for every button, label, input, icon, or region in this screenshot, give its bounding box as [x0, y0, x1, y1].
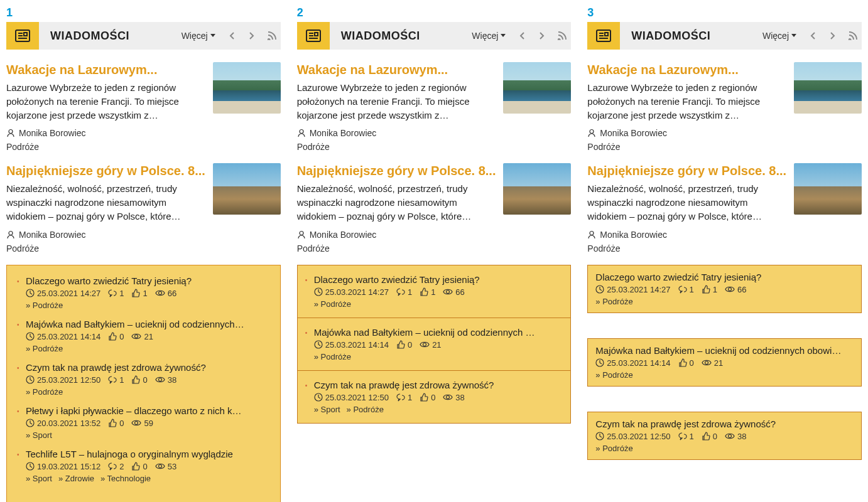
like-icon	[678, 358, 687, 367]
item-title: Czym tak na prawdę jest zdrowa żywność?	[595, 419, 854, 429]
caret-down-icon	[210, 34, 215, 38]
news-list-cards: Dlaczego warto zwiedzić Tatry jesienią?2…	[297, 265, 572, 424]
svg-point-12	[158, 378, 161, 382]
prev-button[interactable]	[223, 27, 241, 45]
category-link[interactable]: » Podróże	[314, 352, 351, 361]
category-link[interactable]: » Zdrowie	[58, 474, 94, 483]
item-likes: 1	[143, 289, 147, 298]
category-link[interactable]: » Podróże	[26, 344, 63, 353]
svg-point-6	[9, 231, 13, 235]
next-button[interactable]	[824, 27, 842, 45]
item-likes: 1	[713, 285, 717, 294]
article-excerpt: Lazurowe Wybrzeże to jeden z regionów po…	[6, 81, 207, 122]
list-card[interactable]: Czym tak na prawdę jest zdrowa żywność?2…	[587, 412, 862, 460]
item-views: 21	[432, 340, 441, 350]
item-meta: 25.03.2021 12:501038	[314, 393, 555, 402]
section-title: WIADOMOŚCI	[341, 29, 420, 43]
author-name: Monika Borowiec	[600, 128, 667, 138]
featured-article[interactable]: Wakacje na Lazurowym... Lazurowe Wybrzeż…	[297, 62, 572, 152]
svg-point-25	[447, 291, 450, 294]
article-category: Podróże	[6, 142, 281, 152]
more-dropdown[interactable]: Więcej	[467, 27, 511, 45]
list-card[interactable]: Majówka nad Bałtykiem – ucieknij od codz…	[297, 318, 572, 371]
comment-icon	[108, 289, 117, 297]
category-link[interactable]: » Podróże	[595, 370, 632, 380]
list-card[interactable]: Czym tak na prawdę jest zdrowa żywność?2…	[297, 370, 572, 424]
item-title: Czym tak na prawdę jest zdrowa żywność?	[314, 380, 555, 390]
more-dropdown[interactable]: Więcej	[757, 27, 801, 45]
prev-button[interactable]	[804, 27, 822, 45]
article-category: Podróże	[587, 142, 862, 152]
section-title: WIADOMOŚCI	[50, 29, 129, 43]
category-link[interactable]: » Podróże	[26, 301, 63, 310]
item-views: 38	[737, 432, 746, 441]
rss-icon[interactable]	[553, 27, 571, 45]
featured-article[interactable]: Najpiękniejsze góry w Polsce. 8... Nieza…	[297, 163, 572, 253]
category-link[interactable]: » Podróże	[347, 405, 384, 414]
prev-button[interactable]	[513, 27, 531, 45]
category-link[interactable]: » Podróże	[595, 444, 632, 453]
like-icon	[702, 285, 710, 294]
category-link[interactable]: » Sport	[26, 474, 52, 483]
category-link[interactable]: » Technologie	[100, 474, 151, 483]
rss-icon[interactable]	[844, 27, 862, 45]
next-button[interactable]	[243, 27, 261, 45]
item-comments: 1	[408, 287, 412, 297]
clock-icon	[26, 289, 35, 297]
caret-down-icon	[791, 34, 796, 38]
author-name: Monika Borowiec	[310, 128, 377, 138]
eye-icon	[131, 333, 141, 340]
item-likes: 0	[119, 332, 124, 341]
category-link[interactable]: » Sport	[314, 405, 340, 414]
item-comments: 1	[690, 285, 694, 294]
category-link[interactable]: » Podróże	[26, 387, 63, 397]
category-link[interactable]: » Podróże	[314, 299, 351, 309]
item-likes: 0	[690, 358, 694, 368]
list-card[interactable]: Majówka nad Bałtykiem – ucieknij od codz…	[587, 338, 862, 387]
list-item[interactable]: Techlife L5T – hulajnoga o oryginalnym w…	[18, 449, 269, 483]
author-name: Monika Borowiec	[600, 230, 667, 240]
next-button[interactable]	[533, 27, 551, 45]
clock-icon	[595, 432, 604, 441]
list-card[interactable]: Dlaczego warto zwiedzić Tatry jesienią?2…	[587, 265, 862, 313]
featured-article[interactable]: Najpiękniejsze góry w Polsce. 8... Nieza…	[587, 163, 862, 253]
list-item[interactable]: Płetwy i łapki pływackie – dlaczego wart…	[18, 405, 269, 440]
list-item[interactable]: Czym tak na prawdę jest zdrowa żywność?2…	[18, 362, 269, 397]
news-list-box: Dlaczego warto zwiedzić Tatry jesienią?2…	[6, 265, 281, 503]
user-icon	[6, 129, 15, 137]
article-thumbnail	[213, 62, 281, 114]
item-comments: 2	[119, 462, 124, 471]
featured-article[interactable]: Wakacje na Lazurowym... Lazurowe Wybrzeż…	[6, 62, 281, 152]
list-item[interactable]: Majówka nad Bałtykiem – ucieknij od codz…	[18, 319, 269, 353]
item-meta: 25.03.2021 14:14021	[314, 340, 555, 350]
list-card[interactable]: Dlaczego warto zwiedzić Tatry jesienią?2…	[297, 265, 572, 318]
article-thumbnail	[794, 163, 862, 215]
item-views: 59	[144, 419, 153, 428]
item-likes: 1	[431, 287, 435, 297]
category-link[interactable]: » Sport	[26, 430, 52, 440]
item-categories: » Sport	[26, 430, 269, 440]
article-category: Podróże	[297, 142, 572, 152]
featured-article[interactable]: Wakacje na Lazurowym... Lazurowe Wybrzeż…	[587, 62, 862, 152]
svg-point-35	[590, 130, 594, 134]
category-link[interactable]: » Podróże	[595, 297, 632, 306]
more-dropdown[interactable]: Więcej	[176, 27, 220, 45]
item-comments: 1	[690, 432, 694, 441]
rss-icon[interactable]	[263, 27, 281, 45]
column-2: 2 WIADOMOŚCI Więcej Wakacje na Lazurowym…	[297, 6, 572, 502]
item-title: Płetwy i łapki pływackie – dlaczego wart…	[26, 405, 269, 416]
item-categories: » Sport» Podróże	[314, 405, 555, 414]
item-time: 25.03.2021 14:27	[607, 285, 670, 294]
eye-icon	[725, 286, 735, 293]
list-item[interactable]: Dlaczego warto zwiedzić Tatry jesienią?2…	[18, 275, 269, 310]
header-controls: Więcej	[757, 27, 862, 45]
author-line: Monika Borowiec	[6, 230, 281, 240]
like-icon	[702, 432, 710, 441]
item-likes: 0	[143, 375, 147, 385]
featured-article[interactable]: Najpiękniejsze góry w Polsce. 8... Nieza…	[6, 163, 281, 253]
eye-icon	[443, 288, 453, 296]
item-meta: 25.03.2021 12:501038	[26, 375, 269, 385]
like-icon	[131, 289, 140, 297]
column-number: 2	[297, 6, 572, 19]
section-header: WIADOMOŚCI Więcej	[6, 22, 281, 50]
